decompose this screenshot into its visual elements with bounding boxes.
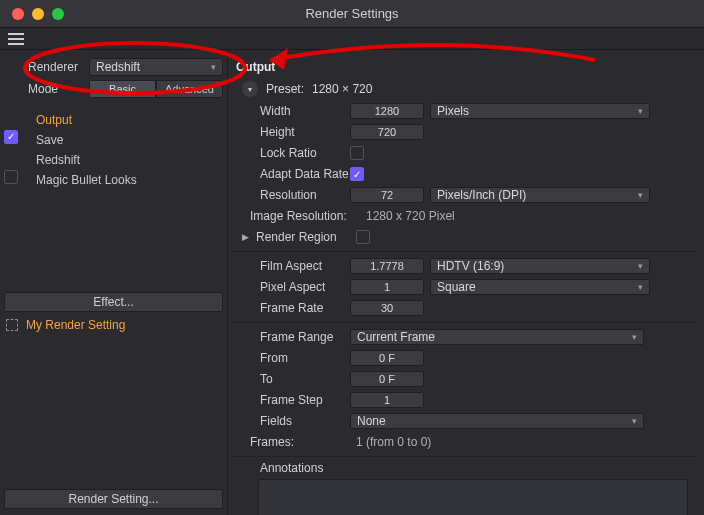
to-field[interactable]: 0 F <box>350 371 424 387</box>
frame-rate-label: Frame Rate <box>230 301 350 315</box>
renderer-dropdown[interactable]: Redshift ▾ <box>89 58 223 76</box>
pixel-aspect-label: Pixel Aspect <box>230 280 350 294</box>
image-res-label: Image Resolution: <box>230 209 360 223</box>
render-setting-icon <box>6 319 18 331</box>
renderer-value: Redshift <box>96 60 140 74</box>
frame-range-dropdown[interactable]: Current Frame ▾ <box>350 329 644 345</box>
frames-label: Frames: <box>230 435 350 449</box>
render-region-checkbox[interactable] <box>356 230 370 244</box>
chevron-down-icon: ▾ <box>638 282 643 292</box>
mode-basic-button[interactable]: Basic <box>89 80 156 98</box>
render-setting-row[interactable]: My Render Setting <box>0 314 227 336</box>
width-unit-value: Pixels <box>437 104 469 118</box>
annotations-label: Annotations <box>230 461 350 475</box>
frame-step-field[interactable]: 1 <box>350 392 424 408</box>
resolution-field[interactable]: 72 <box>350 187 424 203</box>
chevron-down-icon: ▾ <box>632 416 637 426</box>
render-region-disclose[interactable]: ▶ <box>240 232 250 242</box>
height-field[interactable]: 720 <box>350 124 424 140</box>
height-label: Height <box>230 125 350 139</box>
frame-range-value: Current Frame <box>357 330 435 344</box>
render-setting-label: My Render Setting <box>26 318 125 332</box>
adapt-rate-label: Adapt Data Rate <box>230 167 350 181</box>
lock-ratio-label: Lock Ratio <box>230 146 350 160</box>
sidebar-check-magicbullet[interactable] <box>4 170 18 184</box>
render-region-label: Render Region <box>256 230 356 244</box>
from-field[interactable]: 0 F <box>350 350 424 366</box>
mode-label: Mode <box>28 82 83 96</box>
chevron-down-icon: ▾ <box>638 261 643 271</box>
frames-value: 1 (from 0 to 0) <box>350 435 431 449</box>
window-title: Render Settings <box>0 6 704 21</box>
chevron-down-icon: ▾ <box>638 106 643 116</box>
film-aspect-field[interactable]: 1.7778 <box>350 258 424 274</box>
sidebar-item-save[interactable]: Save <box>0 130 227 150</box>
chevron-down-icon: ▾ <box>638 190 643 200</box>
sidebar-item-magicbullet[interactable]: Magic Bullet Looks <box>0 170 227 190</box>
width-label: Width <box>230 104 350 118</box>
film-aspect-unit: HDTV (16:9) <box>437 259 504 273</box>
mode-advanced-button[interactable]: Advanced <box>156 80 223 98</box>
resolution-unit-dropdown[interactable]: Pixels/Inch (DPI) ▾ <box>430 187 650 203</box>
pixel-aspect-dropdown[interactable]: Square ▾ <box>430 279 650 295</box>
sidebar-tree: Output Save Redshift Magic Bullet Looks <box>0 110 227 190</box>
chevron-down-icon: ▾ <box>632 332 637 342</box>
to-label: To <box>230 372 350 386</box>
chevron-down-icon: ▾ <box>211 62 216 72</box>
film-aspect-label: Film Aspect <box>230 259 350 273</box>
content-panel: Output ▾ Preset: 1280 × 720 Width 1280 P… <box>228 50 704 515</box>
sidebar: Renderer Redshift ▾ Mode Basic Advanced … <box>0 50 228 515</box>
from-label: From <box>230 351 350 365</box>
sidebar-item-output[interactable]: Output <box>0 110 227 130</box>
frame-rate-field[interactable]: 30 <box>350 300 424 316</box>
pixel-aspect-field[interactable]: 1 <box>350 279 424 295</box>
film-aspect-dropdown[interactable]: HDTV (16:9) ▾ <box>430 258 650 274</box>
resolution-unit-value: Pixels/Inch (DPI) <box>437 188 526 202</box>
mode-row: Mode Basic Advanced <box>28 78 223 100</box>
fields-dropdown[interactable]: None ▾ <box>350 413 644 429</box>
preset-label: Preset: <box>266 82 304 96</box>
sidebar-check-save[interactable] <box>4 130 18 144</box>
preset-value: 1280 × 720 <box>312 82 372 96</box>
width-field[interactable]: 1280 <box>350 103 424 119</box>
render-setting-button[interactable]: Render Setting... <box>4 489 223 509</box>
sidebar-item-redshift[interactable]: Redshift <box>0 150 227 170</box>
resolution-label: Resolution <box>230 188 350 202</box>
annotations-field[interactable] <box>258 479 688 515</box>
menu-icon[interactable] <box>8 33 24 45</box>
preset-disclose-icon[interactable]: ▾ <box>242 81 258 97</box>
preset-row: ▾ Preset: 1280 × 720 <box>230 78 696 100</box>
output-heading: Output <box>230 56 696 78</box>
main-split: Renderer Redshift ▾ Mode Basic Advanced … <box>0 50 704 515</box>
width-unit-dropdown[interactable]: Pixels ▾ <box>430 103 650 119</box>
fields-value: None <box>357 414 386 428</box>
mode-toggle: Basic Advanced <box>89 80 223 98</box>
frame-step-label: Frame Step <box>230 393 350 407</box>
effect-button[interactable]: Effect... <box>4 292 223 312</box>
renderer-row: Renderer Redshift ▾ <box>28 56 223 78</box>
image-res-value: 1280 x 720 Pixel <box>360 209 455 223</box>
titlebar: Render Settings <box>0 0 704 28</box>
lock-ratio-checkbox[interactable] <box>350 146 364 160</box>
renderer-label: Renderer <box>28 60 83 74</box>
pixel-aspect-unit: Square <box>437 280 476 294</box>
adapt-rate-checkbox[interactable] <box>350 167 364 181</box>
frame-range-label: Frame Range <box>230 330 350 344</box>
toolbar <box>0 28 704 50</box>
fields-label: Fields <box>230 414 350 428</box>
